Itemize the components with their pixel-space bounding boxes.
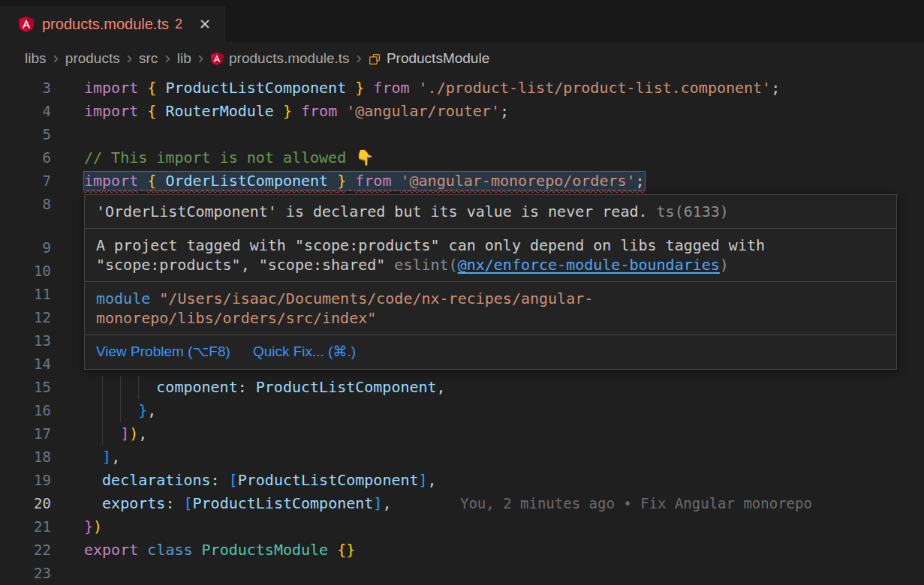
line-number[interactable]: 21 xyxy=(0,515,84,538)
code-line-content: ], xyxy=(84,446,120,469)
line-number[interactable]: 14 xyxy=(0,352,84,376)
line-number[interactable]: 12 xyxy=(0,306,84,329)
code-token: : xyxy=(211,471,229,489)
code-line-7: 7import { OrderListComponent } from '@an… xyxy=(0,170,924,193)
indent-guide xyxy=(84,376,102,399)
code-token: , xyxy=(437,378,446,396)
code-token: { xyxy=(147,79,156,97)
code-token: class xyxy=(147,541,192,559)
line-number[interactable]: 23 xyxy=(0,562,84,585)
breadcrumb: libs›products›src›lib› products.module.t… xyxy=(0,42,924,75)
code-line-content: export class ProductsModule {} xyxy=(84,538,355,562)
hover-eslint-diagnostic: A project tagged with "scope:products" c… xyxy=(85,229,896,282)
indent-guide xyxy=(84,469,102,492)
view-problem-action[interactable]: View Problem (⌥F8) xyxy=(96,343,230,360)
breadcrumb-label: products.module.ts xyxy=(229,50,350,67)
code-editor[interactable]: 3import { ProductListComponent } from '.… xyxy=(0,75,924,585)
code-token: ProductListComponent xyxy=(193,494,374,512)
code-token: } xyxy=(84,518,93,536)
line-number[interactable]: 4 xyxy=(0,100,84,123)
code-token: ; xyxy=(500,102,509,120)
code-token: } xyxy=(355,79,364,97)
breadcrumb-item-products[interactable]: products xyxy=(65,50,120,67)
line-number[interactable]: 15 xyxy=(0,376,84,399)
line-number[interactable]: 8 xyxy=(0,193,84,216)
code-token: ] xyxy=(120,424,129,442)
indent-guide xyxy=(120,376,138,399)
code-token: [ xyxy=(183,494,192,512)
code-line-21: 21}) xyxy=(0,515,924,538)
code-token: } xyxy=(138,401,147,419)
breadcrumb-item-productsmodule[interactable]: ProductsModule xyxy=(369,50,489,67)
code-line-22: 22export class ProductsModule {} xyxy=(0,538,924,562)
code-token: import xyxy=(84,79,138,97)
code-token xyxy=(193,541,202,559)
code-line-20: 20exports: [ProductListComponent],You, 2… xyxy=(0,492,924,515)
eslint-rule-link[interactable]: @nx/enforce-module-boundaries xyxy=(458,256,720,274)
indent-guide xyxy=(84,446,102,469)
code-token: : xyxy=(238,378,256,396)
code-token: ) xyxy=(129,424,138,442)
line-number[interactable]: 10 xyxy=(0,260,84,283)
git-blame-annotation: You, 2 minutes ago • Fix Angular monorep… xyxy=(460,495,812,512)
line-number[interactable]: 5 xyxy=(0,123,84,146)
code-token xyxy=(138,102,147,120)
line-number[interactable]: 9 xyxy=(0,236,84,260)
line-number[interactable]: 13 xyxy=(0,329,84,352)
line-number[interactable]: 17 xyxy=(0,422,84,446)
indent-guide xyxy=(102,399,120,422)
breadcrumb-item-libs[interactable]: libs xyxy=(25,50,47,67)
code-line-content: }) xyxy=(84,515,102,538)
tab-bar: products.module.ts 2 ✕ xyxy=(0,0,924,42)
breadcrumb-separator-icon: › xyxy=(198,50,203,67)
breadcrumb-separator-icon: › xyxy=(127,50,132,67)
code-token: ProductsModule xyxy=(202,541,329,559)
line-number[interactable]: 18 xyxy=(0,446,84,469)
code-token xyxy=(364,79,373,97)
tab-title: products.module.ts xyxy=(42,16,169,33)
code-line-content: declarations: [ProductListComponent], xyxy=(84,469,437,492)
line-number[interactable]: 19 xyxy=(0,469,84,492)
tab-products-module-ts[interactable]: products.module.ts 2 ✕ xyxy=(0,6,225,42)
quick-fix-action[interactable]: Quick Fix... (⌘.) xyxy=(253,343,356,360)
breadcrumb-item-products-module-ts[interactable]: products.module.ts xyxy=(210,50,350,67)
hover-module-info: module "/Users/isaac/Documents/code/nx-r… xyxy=(85,282,896,335)
code-token: '@angular/router' xyxy=(346,102,500,120)
code-token: : xyxy=(165,494,183,512)
code-token xyxy=(328,541,337,559)
breadcrumb-separator-icon: › xyxy=(164,50,170,67)
line-number[interactable]: 3 xyxy=(0,76,84,100)
code-line-4: 4import { RouterModule } from '@angular/… xyxy=(0,100,924,123)
line-number[interactable]: 16 xyxy=(0,399,84,422)
code-token xyxy=(138,79,147,97)
line-number[interactable]: 20 xyxy=(0,492,84,515)
breadcrumb-item-lib[interactable]: lib xyxy=(177,50,191,67)
vscode-window: products.module.ts 2 ✕ libs›products›src… xyxy=(0,0,924,585)
breadcrumb-item-src[interactable]: src xyxy=(139,50,158,67)
indent-guide xyxy=(102,376,120,399)
code-token: ProductListComponent xyxy=(156,79,355,97)
code-token: } xyxy=(283,102,292,120)
line-number[interactable]: 6 xyxy=(0,146,84,170)
tab-close-icon[interactable]: ✕ xyxy=(199,16,211,33)
line-number[interactable]: 7 xyxy=(0,170,84,193)
code-token: ] xyxy=(373,494,382,512)
code-line-3: 3import { ProductListComponent } from '.… xyxy=(0,76,924,100)
class-symbol-icon xyxy=(369,52,381,65)
code-token: {} xyxy=(337,541,355,559)
code-token: ] xyxy=(102,448,111,466)
line-number[interactable]: 11 xyxy=(0,283,84,306)
tab-problems-badge: 2 xyxy=(175,16,182,32)
code-token: , xyxy=(147,401,156,419)
code-line-5: 5 xyxy=(0,123,924,146)
breadcrumb-separator-icon: › xyxy=(53,50,59,67)
indent-guide xyxy=(84,492,102,515)
code-line-content: }, xyxy=(84,399,156,422)
angular-icon xyxy=(18,16,35,32)
hover-popup: 'OrderListComponent' is declared but its… xyxy=(84,194,897,370)
code-line-16: 16}, xyxy=(0,399,924,422)
code-token: } xyxy=(337,172,346,190)
line-number[interactable]: 22 xyxy=(0,538,84,562)
code-token: component xyxy=(156,378,237,396)
indent-guide xyxy=(102,422,120,446)
